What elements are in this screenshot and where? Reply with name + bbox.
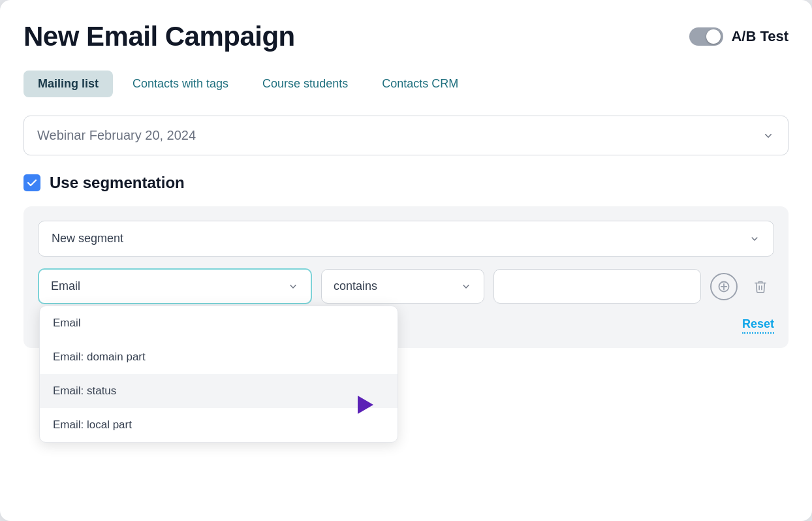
header: New Email Campaign A/B Test [23,21,789,52]
chevron-down-icon [762,129,775,142]
tab-contacts-crm[interactable]: Contacts CRM [367,71,473,97]
segment-dropdown[interactable]: New segment [38,221,774,257]
add-condition-button[interactable] [710,273,738,300]
mailing-list-select-wrapper: Webinar February 20, 2024 [23,116,789,155]
segment-panel: New segment Email Email Email: domain pa… [23,206,789,348]
segmentation-row: Use segmentation [23,174,789,192]
segment-select-wrapper: New segment [38,221,774,257]
segmentation-label: Use segmentation [50,174,185,192]
tabs-container: Mailing list Contacts with tags Course s… [23,71,789,97]
tab-course-students[interactable]: Course students [248,71,362,97]
filter-row: Email Email Email: domain part Email: st… [38,268,774,304]
segment-chevron-icon [749,233,760,245]
dropdown-item-email[interactable]: Email [40,306,398,340]
reset-button[interactable]: Reset [742,316,774,334]
dropdown-list: Email Email: domain part Email: status E… [40,306,398,442]
trash-icon [753,279,768,294]
dropdown-item-email-domain[interactable]: Email: domain part [40,340,398,374]
ab-test-area: A/B Test [689,27,789,46]
segment-value: New segment [52,232,123,245]
plus-icon [717,280,730,293]
filter-field-value: Email [51,279,80,293]
filter-condition-dropdown[interactable]: contains [321,269,484,304]
page-title: New Email Campaign [23,21,295,52]
dropdown-item-email-local[interactable]: Email: local part [40,408,398,442]
main-card: New Email Campaign A/B Test Mailing list… [0,0,812,521]
field-dropdown-menu: Email Email: domain part Email: status E… [39,306,398,443]
field-chevron-icon [287,281,299,292]
checkmark-icon [27,178,37,188]
tab-contacts-with-tags[interactable]: Contacts with tags [118,71,243,97]
delete-condition-button[interactable] [747,273,774,300]
filter-value-input[interactable] [493,269,701,304]
toggle-thumb [706,29,721,44]
mailing-list-dropdown[interactable]: Webinar February 20, 2024 [23,116,789,155]
filter-condition-value: contains [334,279,377,293]
segmentation-checkbox[interactable] [23,174,40,191]
ab-test-toggle[interactable] [689,27,723,46]
ab-test-label: A/B Test [731,28,789,45]
dropdown-item-email-status[interactable]: Email: status [40,374,398,408]
condition-chevron-icon [460,281,472,292]
filter-field-dropdown[interactable]: Email Email Email: domain part Email: st… [38,268,312,304]
mailing-list-value: Webinar February 20, 2024 [37,128,196,143]
tab-mailing-list[interactable]: Mailing list [23,71,113,97]
